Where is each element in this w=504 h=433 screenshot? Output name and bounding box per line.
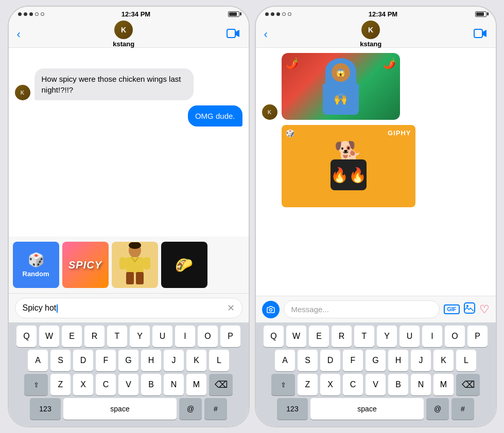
- gif-spicy-item[interactable]: SPICY: [62, 242, 109, 288]
- key-hash[interactable]: #: [204, 398, 227, 420]
- video-icon-left[interactable]: [227, 28, 240, 41]
- rkey-R[interactable]: R: [332, 326, 352, 347]
- dark-gif-content: 🌮: [161, 242, 207, 288]
- random-label: Random: [23, 270, 49, 278]
- rkey-space[interactable]: space: [310, 398, 424, 420]
- key-J[interactable]: J: [164, 350, 184, 371]
- gif-button[interactable]: GIF: [444, 304, 459, 314]
- rkey-at[interactable]: @: [426, 398, 449, 420]
- back-button-left[interactable]: ‹: [17, 28, 21, 41]
- key-C[interactable]: C: [96, 374, 116, 395]
- key-Z[interactable]: Z: [50, 374, 71, 395]
- key-Q[interactable]: Q: [16, 326, 37, 347]
- key-W[interactable]: W: [39, 326, 59, 347]
- rkey-row-2: A S D F G H J K L: [258, 350, 494, 371]
- rkey-row-3: ⇧ Z X C V B N M ⌫: [258, 374, 494, 395]
- rkey-Q[interactable]: Q: [264, 326, 284, 347]
- rkey-A[interactable]: A: [275, 350, 295, 371]
- key-R[interactable]: R: [84, 326, 105, 347]
- chat-area-left: K How spicy were those chicken wings las…: [9, 48, 249, 237]
- rkey-P[interactable]: P: [467, 326, 488, 347]
- key-123[interactable]: 123: [30, 398, 61, 420]
- key-O[interactable]: O: [198, 326, 218, 347]
- key-E[interactable]: E: [62, 326, 82, 347]
- rkey-row-1: Q W E R T Y U I O P: [258, 326, 494, 347]
- key-at[interactable]: @: [179, 398, 202, 420]
- right-phone: 12:34 PM ‹ K kstang K: [255, 6, 497, 427]
- svg-rect-5: [144, 257, 150, 269]
- rkey-I[interactable]: I: [422, 326, 442, 347]
- battery-fill-left: [229, 12, 237, 16]
- rkey-S[interactable]: S: [298, 350, 318, 371]
- gif-random-btn[interactable]: 🎲 Random: [13, 242, 59, 288]
- rdot2: [271, 12, 274, 16]
- rkey-G[interactable]: G: [366, 350, 386, 371]
- key-K[interactable]: K: [186, 350, 206, 371]
- rkey-E[interactable]: E: [309, 326, 329, 347]
- rkey-V[interactable]: V: [366, 374, 386, 395]
- key-Y[interactable]: Y: [130, 326, 150, 347]
- rkey-O[interactable]: O: [445, 326, 465, 347]
- key-L[interactable]: L: [209, 350, 229, 371]
- rkey-C[interactable]: C: [343, 374, 363, 395]
- rkey-B[interactable]: B: [388, 374, 408, 395]
- key-D[interactable]: D: [73, 350, 93, 371]
- key-X[interactable]: X: [73, 374, 93, 395]
- sender-avatar-left: K: [15, 85, 30, 100]
- rkey-F[interactable]: F: [343, 350, 363, 371]
- video-icon-right[interactable]: [474, 28, 487, 41]
- nav-center-left: K kstang: [113, 21, 134, 48]
- gif-panel-left[interactable]: 🎲 Random SPICY: [9, 237, 249, 293]
- rkey-123[interactable]: 123: [277, 398, 308, 420]
- rkey-L[interactable]: L: [456, 350, 476, 371]
- rkey-N[interactable]: N: [411, 374, 431, 395]
- rkey-Z[interactable]: Z: [298, 374, 318, 395]
- svg-rect-4: [119, 257, 126, 269]
- key-A[interactable]: A: [28, 350, 48, 371]
- message-input-right[interactable]: Message...: [284, 300, 440, 318]
- key-F[interactable]: F: [96, 350, 116, 371]
- rkey-shift[interactable]: ⇧: [271, 374, 295, 395]
- rkey-Y[interactable]: Y: [377, 326, 397, 347]
- rkey-D[interactable]: D: [320, 350, 340, 371]
- reaction-person: 😱 🙌: [323, 58, 359, 115]
- heart-button[interactable]: ♡: [479, 303, 490, 316]
- rkey-hash[interactable]: #: [451, 398, 474, 420]
- search-bar-left: Spicy hot ✕: [9, 293, 249, 322]
- search-input-left[interactable]: Spicy hot: [23, 303, 227, 313]
- key-U[interactable]: U: [152, 326, 172, 347]
- rkey-K[interactable]: K: [433, 350, 454, 371]
- gif-man-item[interactable]: [112, 242, 158, 288]
- message-received-image: K 😱 🙌 🌶️ 🌶️: [262, 53, 490, 120]
- key-backspace[interactable]: ⌫: [209, 374, 233, 395]
- camera-button[interactable]: [262, 301, 280, 318]
- rkey-U[interactable]: U: [399, 326, 420, 347]
- key-N[interactable]: N: [164, 374, 184, 395]
- key-space[interactable]: space: [63, 398, 177, 420]
- key-V[interactable]: V: [118, 374, 138, 395]
- key-B[interactable]: B: [141, 374, 161, 395]
- rdot4: [282, 12, 286, 16]
- key-P[interactable]: P: [220, 326, 240, 347]
- key-T[interactable]: T: [107, 326, 127, 347]
- rkey-X[interactable]: X: [320, 374, 340, 395]
- image-button[interactable]: [464, 302, 475, 316]
- rkey-backspace[interactable]: ⌫: [456, 374, 480, 395]
- key-shift[interactable]: ⇧: [24, 374, 48, 395]
- avatar-left[interactable]: K: [114, 21, 133, 39]
- avatar-right[interactable]: K: [361, 21, 380, 39]
- search-clear-btn[interactable]: ✕: [227, 302, 235, 314]
- key-S[interactable]: S: [50, 350, 71, 371]
- key-I[interactable]: I: [175, 326, 195, 347]
- key-G[interactable]: G: [118, 350, 138, 371]
- gif-label: GIF: [444, 304, 459, 314]
- rkey-H[interactable]: H: [388, 350, 408, 371]
- key-M[interactable]: M: [186, 374, 206, 395]
- gif-dark-item[interactable]: 🌮: [161, 242, 207, 288]
- rkey-T[interactable]: T: [354, 326, 374, 347]
- rkey-M[interactable]: M: [433, 374, 454, 395]
- back-button-right[interactable]: ‹: [264, 28, 268, 41]
- key-H[interactable]: H: [141, 350, 161, 371]
- rkey-J[interactable]: J: [411, 350, 431, 371]
- rkey-W[interactable]: W: [286, 326, 306, 347]
